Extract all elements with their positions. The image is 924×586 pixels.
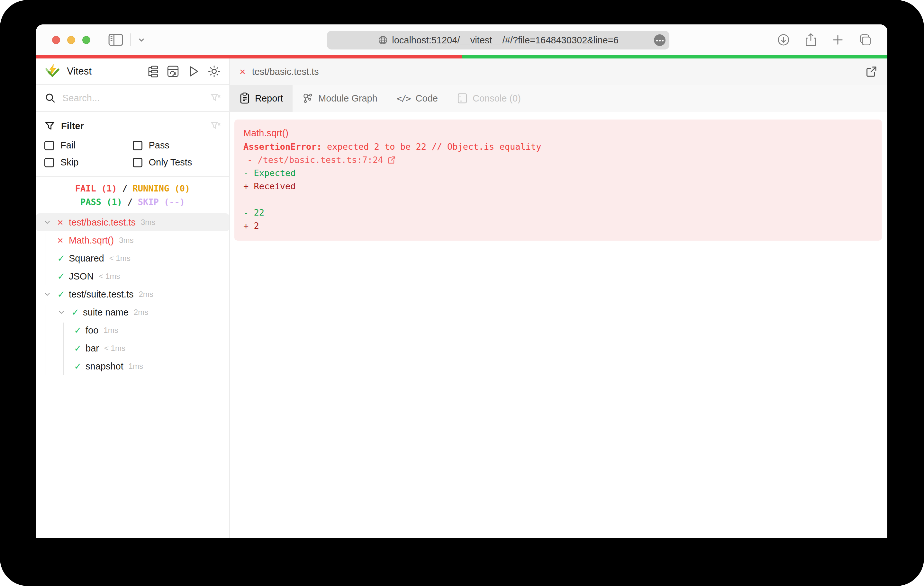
tree-item-snapshot[interactable]: ✓ snapshot 1ms <box>36 357 229 375</box>
tree-item-suite-name[interactable]: ✓ suite name 2ms <box>36 303 229 321</box>
pass-icon: ✓ <box>57 254 69 263</box>
diff-expected-value: - 22 <box>243 206 873 219</box>
filter-heading: Filter <box>61 121 84 132</box>
expand-tree-icon[interactable] <box>146 65 158 77</box>
theme-toggle-icon[interactable] <box>208 65 220 77</box>
test-duration: 3ms <box>141 218 155 227</box>
test-duration: 2ms <box>139 290 153 299</box>
progress-fail-segment <box>36 55 462 58</box>
open-file-name: test/basic.test.ts <box>252 66 319 77</box>
test-status-summary: FAIL (1) / RUNNING (0) PASS (1) / SKIP (… <box>36 177 229 213</box>
test-duration: 3ms <box>119 236 134 245</box>
error-panel: Math.sqrt() AssertionError: expected 2 t… <box>234 120 882 240</box>
vitest-logo-icon <box>45 64 60 78</box>
chevron-down-icon[interactable] <box>57 308 71 316</box>
tree-item-json[interactable]: ✓ JSON < 1ms <box>36 267 229 285</box>
browser-toolbar: localhost:51204/__vitest__/#/?file=16484… <box>36 25 887 55</box>
pass-icon: ✓ <box>74 326 86 335</box>
running-count: RUNNING (0) <box>133 183 190 193</box>
sidebar: Vitest <box>36 58 230 538</box>
code-icon: </> <box>397 94 411 104</box>
test-duration: 2ms <box>134 308 148 317</box>
file-header: × test/basic.test.ts <box>230 58 887 85</box>
test-duration: 1ms <box>129 362 143 371</box>
failed-test-name: Math.sqrt() <box>243 126 873 140</box>
test-duration: < 1ms <box>104 344 125 353</box>
status-line-2: PASS (1) / SKIP (--) <box>36 195 229 209</box>
pass-icon: ✓ <box>74 362 86 371</box>
clear-search-filter-icon[interactable] <box>210 92 221 104</box>
filter-section: Filter Fail Pass <box>36 112 229 177</box>
pass-icon: ✓ <box>74 344 86 353</box>
sidebar-toggle-icon[interactable] <box>108 34 123 46</box>
skip-count: SKIP (--) <box>138 197 185 207</box>
tree-item-basic-test-file[interactable]: × test/basic.test.ts 3ms <box>36 213 229 231</box>
tab-report[interactable]: Report <box>230 85 292 112</box>
status-line-1: FAIL (1) / RUNNING (0) <box>36 182 229 195</box>
assertion-error-line: AssertionError: expected 2 to be 22 // O… <box>243 140 873 153</box>
open-in-editor-icon[interactable] <box>387 155 396 165</box>
filter-icon <box>45 120 55 132</box>
minimize-window-button[interactable] <box>67 36 75 44</box>
test-tree: × test/basic.test.ts 3ms × Math.sqrt() 3… <box>36 213 229 538</box>
tree-guide-line <box>46 233 46 285</box>
pass-icon: ✓ <box>71 308 83 317</box>
tab-code[interactable]: </> Code <box>387 85 447 112</box>
chevron-down-icon[interactable] <box>43 290 57 298</box>
downloads-icon[interactable] <box>777 33 790 46</box>
tree-item-bar[interactable]: ✓ bar < 1ms <box>36 339 229 357</box>
screenshot-canvas: localhost:51204/__vitest__/#/?file=16484… <box>0 0 924 586</box>
share-icon[interactable] <box>804 33 817 47</box>
search-input[interactable] <box>63 93 203 104</box>
filter-checkbox-pass[interactable]: Pass <box>133 140 221 151</box>
run-all-icon[interactable] <box>187 65 200 77</box>
diff-received-label: + Received <box>243 179 873 193</box>
filter-checkbox-skip[interactable]: Skip <box>45 157 133 168</box>
test-duration: < 1ms <box>109 254 130 263</box>
app-title: Vitest <box>67 66 92 77</box>
toolbar-divider <box>130 33 131 46</box>
fail-icon: × <box>239 66 246 77</box>
tree-item-suite-test-file[interactable]: ✓ test/suite.test.ts 2ms <box>36 285 229 303</box>
tree-guide-line <box>63 323 64 375</box>
diff-received-value: + 2 <box>243 219 873 232</box>
filter-checkbox-fail[interactable]: Fail <box>45 140 133 151</box>
tab-module-graph[interactable]: Module Graph <box>292 85 387 112</box>
url-text: localhost:51204/__vitest__/#/?file=16484… <box>392 35 619 46</box>
dashboard-icon[interactable] <box>167 65 179 77</box>
sidebar-header: Vitest <box>36 58 229 85</box>
page-options-button[interactable] <box>654 35 665 46</box>
checkbox[interactable] <box>133 141 142 150</box>
view-tabs: Report Module Graph </> Code <box>230 85 887 112</box>
diff-blank-line <box>243 193 873 206</box>
fail-count: FAIL (1) <box>75 183 117 193</box>
tab-overview-icon[interactable] <box>858 33 872 46</box>
search-bar <box>36 85 229 112</box>
progress-pass-segment <box>462 55 887 58</box>
tree-item-math-sqrt[interactable]: × Math.sqrt() 3ms <box>36 231 229 249</box>
checkbox[interactable] <box>45 158 54 167</box>
close-window-button[interactable] <box>52 36 60 44</box>
clear-filters-icon[interactable] <box>210 120 221 132</box>
new-tab-icon[interactable] <box>832 33 844 46</box>
filter-checkbox-only-tests[interactable]: Only Tests <box>133 157 221 168</box>
window-controls <box>52 36 90 44</box>
address-bar[interactable]: localhost:51204/__vitest__/#/?file=16484… <box>327 31 669 49</box>
zoom-window-button[interactable] <box>82 36 90 44</box>
tree-item-foo[interactable]: ✓ foo 1ms <box>36 321 229 339</box>
chevron-down-icon[interactable] <box>137 35 146 44</box>
checkbox[interactable] <box>45 141 54 150</box>
open-in-editor-icon[interactable] <box>865 65 878 78</box>
test-progress-bar <box>36 55 887 58</box>
clipboard-icon <box>239 92 250 104</box>
tab-console[interactable]: Console (0) <box>447 85 530 112</box>
chevron-down-icon[interactable] <box>43 218 57 227</box>
tree-item-squared[interactable]: ✓ Squared < 1ms <box>36 249 229 267</box>
stack-location-text[interactable]: - /test/basic.test.ts:7:24 <box>247 153 383 166</box>
checkbox[interactable] <box>133 158 142 167</box>
console-icon <box>457 93 467 104</box>
test-duration: 1ms <box>104 326 118 335</box>
tree-guide-line <box>46 305 46 375</box>
fail-icon: × <box>57 235 69 245</box>
test-duration: < 1ms <box>99 272 120 281</box>
